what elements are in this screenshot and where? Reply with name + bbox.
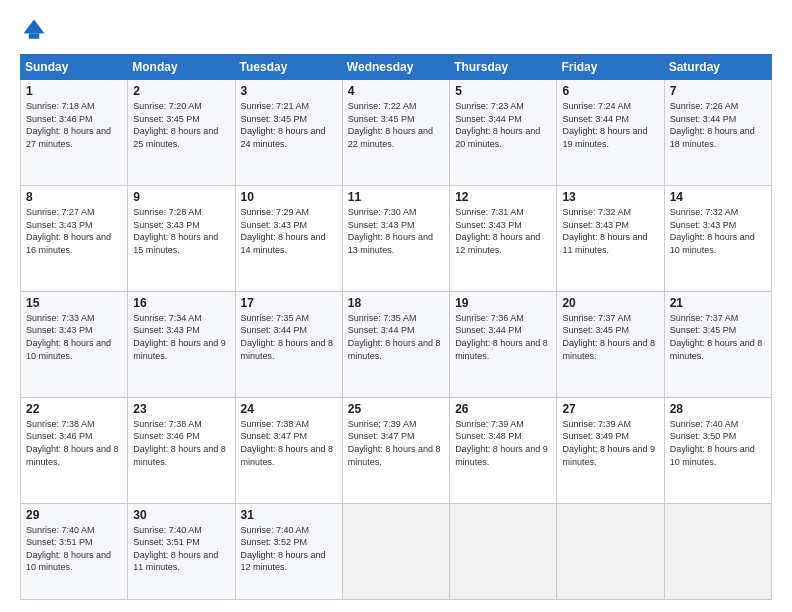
day-number: 22 <box>26 402 122 416</box>
calendar-cell: 23 Sunrise: 7:38 AMSunset: 3:46 PMDaylig… <box>128 397 235 503</box>
day-number: 5 <box>455 84 551 98</box>
day-info: Sunrise: 7:26 AMSunset: 3:44 PMDaylight:… <box>670 100 766 150</box>
day-number: 18 <box>348 296 444 310</box>
day-number: 16 <box>133 296 229 310</box>
day-info: Sunrise: 7:22 AMSunset: 3:45 PMDaylight:… <box>348 100 444 150</box>
calendar-page: SundayMondayTuesdayWednesdayThursdayFrid… <box>0 0 792 612</box>
day-number: 2 <box>133 84 229 98</box>
calendar-cell: 17 Sunrise: 7:35 AMSunset: 3:44 PMDaylig… <box>235 291 342 397</box>
day-info: Sunrise: 7:34 AMSunset: 3:43 PMDaylight:… <box>133 312 229 362</box>
day-number: 31 <box>241 508 337 522</box>
day-number: 9 <box>133 190 229 204</box>
day-info: Sunrise: 7:35 AMSunset: 3:44 PMDaylight:… <box>241 312 337 362</box>
day-info: Sunrise: 7:38 AMSunset: 3:47 PMDaylight:… <box>241 418 337 468</box>
calendar-cell <box>664 503 771 599</box>
weekday-header: Friday <box>557 55 664 80</box>
day-info: Sunrise: 7:33 AMSunset: 3:43 PMDaylight:… <box>26 312 122 362</box>
calendar-cell: 14 Sunrise: 7:32 AMSunset: 3:43 PMDaylig… <box>664 185 771 291</box>
day-info: Sunrise: 7:39 AMSunset: 3:48 PMDaylight:… <box>455 418 551 468</box>
day-number: 8 <box>26 190 122 204</box>
day-info: Sunrise: 7:35 AMSunset: 3:44 PMDaylight:… <box>348 312 444 362</box>
day-number: 17 <box>241 296 337 310</box>
page-header <box>20 16 772 44</box>
calendar-cell: 19 Sunrise: 7:36 AMSunset: 3:44 PMDaylig… <box>450 291 557 397</box>
calendar-cell <box>450 503 557 599</box>
day-info: Sunrise: 7:28 AMSunset: 3:43 PMDaylight:… <box>133 206 229 256</box>
day-number: 26 <box>455 402 551 416</box>
weekday-header: Saturday <box>664 55 771 80</box>
day-info: Sunrise: 7:38 AMSunset: 3:46 PMDaylight:… <box>26 418 122 468</box>
calendar-cell: 20 Sunrise: 7:37 AMSunset: 3:45 PMDaylig… <box>557 291 664 397</box>
day-number: 14 <box>670 190 766 204</box>
calendar-cell: 21 Sunrise: 7:37 AMSunset: 3:45 PMDaylig… <box>664 291 771 397</box>
day-number: 23 <box>133 402 229 416</box>
day-number: 11 <box>348 190 444 204</box>
calendar-cell: 3 Sunrise: 7:21 AMSunset: 3:45 PMDayligh… <box>235 80 342 186</box>
calendar-cell <box>342 503 449 599</box>
day-info: Sunrise: 7:37 AMSunset: 3:45 PMDaylight:… <box>670 312 766 362</box>
calendar-cell: 26 Sunrise: 7:39 AMSunset: 3:48 PMDaylig… <box>450 397 557 503</box>
day-info: Sunrise: 7:21 AMSunset: 3:45 PMDaylight:… <box>241 100 337 150</box>
calendar-cell: 13 Sunrise: 7:32 AMSunset: 3:43 PMDaylig… <box>557 185 664 291</box>
day-number: 6 <box>562 84 658 98</box>
calendar-cell: 15 Sunrise: 7:33 AMSunset: 3:43 PMDaylig… <box>21 291 128 397</box>
calendar-cell: 29 Sunrise: 7:40 AMSunset: 3:51 PMDaylig… <box>21 503 128 599</box>
calendar-cell: 12 Sunrise: 7:31 AMSunset: 3:43 PMDaylig… <box>450 185 557 291</box>
calendar-cell: 9 Sunrise: 7:28 AMSunset: 3:43 PMDayligh… <box>128 185 235 291</box>
calendar-week-row: 15 Sunrise: 7:33 AMSunset: 3:43 PMDaylig… <box>21 291 772 397</box>
day-number: 21 <box>670 296 766 310</box>
calendar-cell: 27 Sunrise: 7:39 AMSunset: 3:49 PMDaylig… <box>557 397 664 503</box>
day-info: Sunrise: 7:18 AMSunset: 3:46 PMDaylight:… <box>26 100 122 150</box>
calendar-cell: 22 Sunrise: 7:38 AMSunset: 3:46 PMDaylig… <box>21 397 128 503</box>
day-number: 19 <box>455 296 551 310</box>
weekday-header: Monday <box>128 55 235 80</box>
calendar-cell: 1 Sunrise: 7:18 AMSunset: 3:46 PMDayligh… <box>21 80 128 186</box>
calendar-cell: 10 Sunrise: 7:29 AMSunset: 3:43 PMDaylig… <box>235 185 342 291</box>
calendar-week-row: 8 Sunrise: 7:27 AMSunset: 3:43 PMDayligh… <box>21 185 772 291</box>
day-info: Sunrise: 7:40 AMSunset: 3:51 PMDaylight:… <box>133 524 229 574</box>
calendar-cell <box>557 503 664 599</box>
logo <box>20 16 52 44</box>
calendar-cell: 5 Sunrise: 7:23 AMSunset: 3:44 PMDayligh… <box>450 80 557 186</box>
day-number: 13 <box>562 190 658 204</box>
day-info: Sunrise: 7:40 AMSunset: 3:50 PMDaylight:… <box>670 418 766 468</box>
day-info: Sunrise: 7:32 AMSunset: 3:43 PMDaylight:… <box>670 206 766 256</box>
day-info: Sunrise: 7:38 AMSunset: 3:46 PMDaylight:… <box>133 418 229 468</box>
svg-marker-0 <box>24 20 45 34</box>
svg-rect-1 <box>29 34 40 39</box>
day-info: Sunrise: 7:20 AMSunset: 3:45 PMDaylight:… <box>133 100 229 150</box>
calendar-week-row: 22 Sunrise: 7:38 AMSunset: 3:46 PMDaylig… <box>21 397 772 503</box>
day-info: Sunrise: 7:29 AMSunset: 3:43 PMDaylight:… <box>241 206 337 256</box>
calendar-cell: 8 Sunrise: 7:27 AMSunset: 3:43 PMDayligh… <box>21 185 128 291</box>
day-info: Sunrise: 7:40 AMSunset: 3:51 PMDaylight:… <box>26 524 122 574</box>
calendar-table: SundayMondayTuesdayWednesdayThursdayFrid… <box>20 54 772 600</box>
day-number: 15 <box>26 296 122 310</box>
calendar-cell: 24 Sunrise: 7:38 AMSunset: 3:47 PMDaylig… <box>235 397 342 503</box>
weekday-header-row: SundayMondayTuesdayWednesdayThursdayFrid… <box>21 55 772 80</box>
day-number: 3 <box>241 84 337 98</box>
calendar-cell: 6 Sunrise: 7:24 AMSunset: 3:44 PMDayligh… <box>557 80 664 186</box>
weekday-header: Wednesday <box>342 55 449 80</box>
calendar-cell: 30 Sunrise: 7:40 AMSunset: 3:51 PMDaylig… <box>128 503 235 599</box>
day-info: Sunrise: 7:32 AMSunset: 3:43 PMDaylight:… <box>562 206 658 256</box>
day-number: 30 <box>133 508 229 522</box>
weekday-header: Tuesday <box>235 55 342 80</box>
calendar-cell: 2 Sunrise: 7:20 AMSunset: 3:45 PMDayligh… <box>128 80 235 186</box>
day-info: Sunrise: 7:24 AMSunset: 3:44 PMDaylight:… <box>562 100 658 150</box>
day-number: 27 <box>562 402 658 416</box>
calendar-cell: 4 Sunrise: 7:22 AMSunset: 3:45 PMDayligh… <box>342 80 449 186</box>
calendar-cell: 18 Sunrise: 7:35 AMSunset: 3:44 PMDaylig… <box>342 291 449 397</box>
calendar-cell: 11 Sunrise: 7:30 AMSunset: 3:43 PMDaylig… <box>342 185 449 291</box>
logo-icon <box>20 16 48 44</box>
calendar-cell: 25 Sunrise: 7:39 AMSunset: 3:47 PMDaylig… <box>342 397 449 503</box>
day-info: Sunrise: 7:39 AMSunset: 3:47 PMDaylight:… <box>348 418 444 468</box>
day-info: Sunrise: 7:30 AMSunset: 3:43 PMDaylight:… <box>348 206 444 256</box>
day-number: 25 <box>348 402 444 416</box>
day-number: 24 <box>241 402 337 416</box>
day-info: Sunrise: 7:40 AMSunset: 3:52 PMDaylight:… <box>241 524 337 574</box>
day-number: 10 <box>241 190 337 204</box>
calendar-cell: 16 Sunrise: 7:34 AMSunset: 3:43 PMDaylig… <box>128 291 235 397</box>
day-number: 29 <box>26 508 122 522</box>
day-info: Sunrise: 7:39 AMSunset: 3:49 PMDaylight:… <box>562 418 658 468</box>
day-number: 28 <box>670 402 766 416</box>
